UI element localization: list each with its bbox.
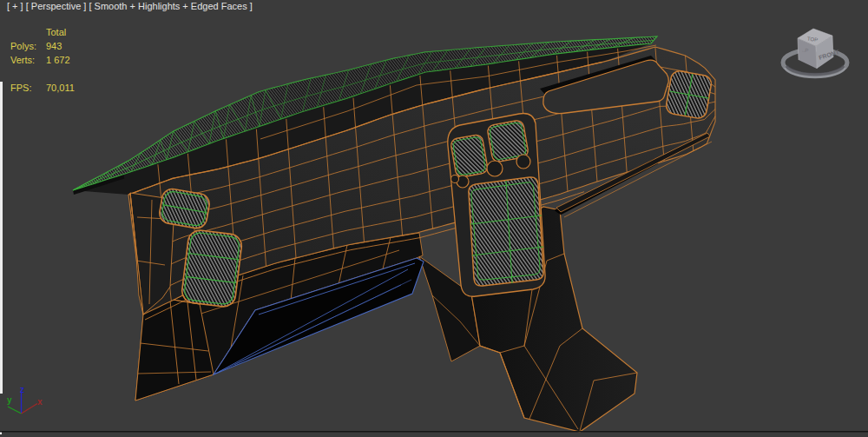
svg-text:70,011: 70,011	[46, 83, 75, 93]
svg-text:FPS:: FPS:	[10, 83, 31, 93]
svg-text:..P: ..P	[802, 47, 809, 53]
svg-text:x: x	[37, 397, 43, 407]
svg-text:y: y	[7, 395, 12, 405]
svg-text:Verts:: Verts:	[10, 55, 35, 65]
svg-text:1 672: 1 672	[46, 55, 70, 65]
svg-text:Polys:: Polys:	[10, 41, 36, 51]
svg-text:Total: Total	[46, 27, 66, 37]
svg-text:943: 943	[46, 41, 62, 51]
svg-text:z: z	[20, 385, 24, 394]
svg-text:TOP: TOP	[807, 36, 819, 43]
svg-text:[ + ] [ Perspective ] [ Smooth: [ + ] [ Perspective ] [ Smooth + Highlig…	[7, 1, 253, 11]
